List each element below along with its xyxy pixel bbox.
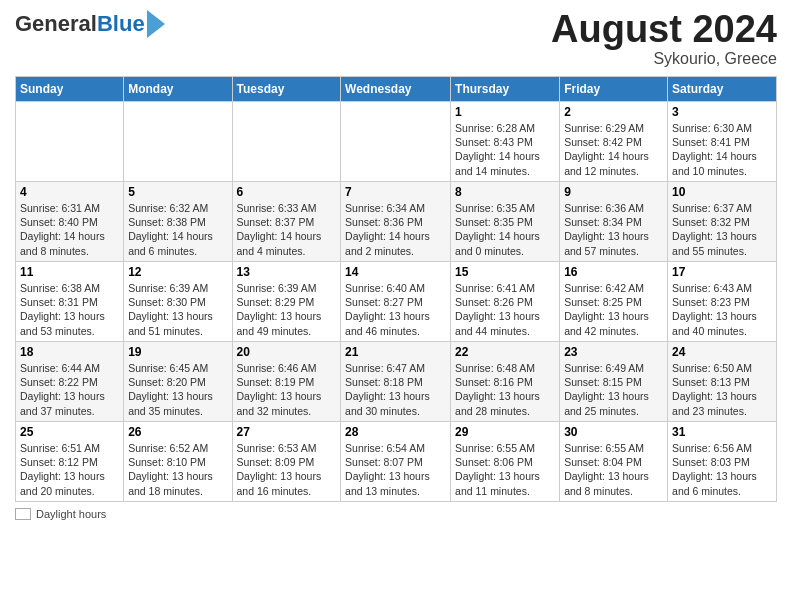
logo-text: GeneralBlue bbox=[15, 10, 165, 38]
calendar-table: SundayMondayTuesdayWednesdayThursdayFrid… bbox=[15, 76, 777, 502]
legend-box bbox=[15, 508, 31, 520]
day-info: Sunrise: 6:28 AMSunset: 8:43 PMDaylight:… bbox=[455, 121, 555, 178]
calendar-week-row: 18Sunrise: 6:44 AMSunset: 8:22 PMDayligh… bbox=[16, 342, 777, 422]
legend-label: Daylight hours bbox=[36, 508, 106, 520]
calendar-cell: 16Sunrise: 6:42 AMSunset: 8:25 PMDayligh… bbox=[560, 262, 668, 342]
day-number: 11 bbox=[20, 265, 119, 279]
calendar-cell: 23Sunrise: 6:49 AMSunset: 8:15 PMDayligh… bbox=[560, 342, 668, 422]
calendar-cell: 1Sunrise: 6:28 AMSunset: 8:43 PMDaylight… bbox=[451, 102, 560, 182]
day-info: Sunrise: 6:52 AMSunset: 8:10 PMDaylight:… bbox=[128, 441, 227, 498]
day-number: 30 bbox=[564, 425, 663, 439]
day-info: Sunrise: 6:39 AMSunset: 8:30 PMDaylight:… bbox=[128, 281, 227, 338]
day-number: 21 bbox=[345, 345, 446, 359]
calendar-cell: 22Sunrise: 6:48 AMSunset: 8:16 PMDayligh… bbox=[451, 342, 560, 422]
calendar-week-row: 4Sunrise: 6:31 AMSunset: 8:40 PMDaylight… bbox=[16, 182, 777, 262]
day-of-week-header: Sunday bbox=[16, 77, 124, 102]
legend: Daylight hours bbox=[15, 508, 777, 520]
logo: GeneralBlue bbox=[15, 10, 165, 38]
calendar-cell: 5Sunrise: 6:32 AMSunset: 8:38 PMDaylight… bbox=[124, 182, 232, 262]
calendar-cell: 19Sunrise: 6:45 AMSunset: 8:20 PMDayligh… bbox=[124, 342, 232, 422]
day-number: 17 bbox=[672, 265, 772, 279]
day-number: 25 bbox=[20, 425, 119, 439]
logo-general: General bbox=[15, 11, 97, 37]
calendar-cell: 11Sunrise: 6:38 AMSunset: 8:31 PMDayligh… bbox=[16, 262, 124, 342]
day-info: Sunrise: 6:55 AMSunset: 8:04 PMDaylight:… bbox=[564, 441, 663, 498]
calendar-cell bbox=[16, 102, 124, 182]
day-number: 6 bbox=[237, 185, 337, 199]
day-info: Sunrise: 6:41 AMSunset: 8:26 PMDaylight:… bbox=[455, 281, 555, 338]
day-info: Sunrise: 6:36 AMSunset: 8:34 PMDaylight:… bbox=[564, 201, 663, 258]
calendar-cell: 24Sunrise: 6:50 AMSunset: 8:13 PMDayligh… bbox=[668, 342, 777, 422]
day-info: Sunrise: 6:46 AMSunset: 8:19 PMDaylight:… bbox=[237, 361, 337, 418]
day-number: 18 bbox=[20, 345, 119, 359]
day-info: Sunrise: 6:47 AMSunset: 8:18 PMDaylight:… bbox=[345, 361, 446, 418]
day-of-week-header: Tuesday bbox=[232, 77, 341, 102]
day-info: Sunrise: 6:54 AMSunset: 8:07 PMDaylight:… bbox=[345, 441, 446, 498]
calendar-cell: 21Sunrise: 6:47 AMSunset: 8:18 PMDayligh… bbox=[341, 342, 451, 422]
logo-blue: Blue bbox=[97, 11, 145, 37]
day-of-week-header: Wednesday bbox=[341, 77, 451, 102]
day-number: 13 bbox=[237, 265, 337, 279]
day-number: 31 bbox=[672, 425, 772, 439]
calendar-cell: 27Sunrise: 6:53 AMSunset: 8:09 PMDayligh… bbox=[232, 422, 341, 502]
calendar-week-row: 11Sunrise: 6:38 AMSunset: 8:31 PMDayligh… bbox=[16, 262, 777, 342]
day-number: 10 bbox=[672, 185, 772, 199]
day-info: Sunrise: 6:51 AMSunset: 8:12 PMDaylight:… bbox=[20, 441, 119, 498]
day-number: 1 bbox=[455, 105, 555, 119]
calendar-cell: 6Sunrise: 6:33 AMSunset: 8:37 PMDaylight… bbox=[232, 182, 341, 262]
calendar-cell: 28Sunrise: 6:54 AMSunset: 8:07 PMDayligh… bbox=[341, 422, 451, 502]
calendar-cell: 29Sunrise: 6:55 AMSunset: 8:06 PMDayligh… bbox=[451, 422, 560, 502]
day-number: 24 bbox=[672, 345, 772, 359]
day-info: Sunrise: 6:34 AMSunset: 8:36 PMDaylight:… bbox=[345, 201, 446, 258]
calendar-cell: 10Sunrise: 6:37 AMSunset: 8:32 PMDayligh… bbox=[668, 182, 777, 262]
location-subtitle: Sykourio, Greece bbox=[551, 50, 777, 68]
day-number: 15 bbox=[455, 265, 555, 279]
calendar-cell: 13Sunrise: 6:39 AMSunset: 8:29 PMDayligh… bbox=[232, 262, 341, 342]
calendar-cell bbox=[232, 102, 341, 182]
calendar-cell bbox=[124, 102, 232, 182]
calendar-cell bbox=[341, 102, 451, 182]
day-info: Sunrise: 6:39 AMSunset: 8:29 PMDaylight:… bbox=[237, 281, 337, 338]
day-number: 19 bbox=[128, 345, 227, 359]
day-info: Sunrise: 6:29 AMSunset: 8:42 PMDaylight:… bbox=[564, 121, 663, 178]
calendar-cell: 8Sunrise: 6:35 AMSunset: 8:35 PMDaylight… bbox=[451, 182, 560, 262]
day-info: Sunrise: 6:44 AMSunset: 8:22 PMDaylight:… bbox=[20, 361, 119, 418]
day-number: 26 bbox=[128, 425, 227, 439]
day-info: Sunrise: 6:40 AMSunset: 8:27 PMDaylight:… bbox=[345, 281, 446, 338]
logo-arrow-icon bbox=[147, 10, 165, 38]
calendar-cell: 15Sunrise: 6:41 AMSunset: 8:26 PMDayligh… bbox=[451, 262, 560, 342]
day-number: 4 bbox=[20, 185, 119, 199]
day-info: Sunrise: 6:55 AMSunset: 8:06 PMDaylight:… bbox=[455, 441, 555, 498]
day-info: Sunrise: 6:49 AMSunset: 8:15 PMDaylight:… bbox=[564, 361, 663, 418]
calendar-week-row: 1Sunrise: 6:28 AMSunset: 8:43 PMDaylight… bbox=[16, 102, 777, 182]
calendar-header-row: SundayMondayTuesdayWednesdayThursdayFrid… bbox=[16, 77, 777, 102]
day-number: 22 bbox=[455, 345, 555, 359]
page-header: GeneralBlue August 2024 Sykourio, Greece bbox=[15, 10, 777, 68]
calendar-cell: 3Sunrise: 6:30 AMSunset: 8:41 PMDaylight… bbox=[668, 102, 777, 182]
day-info: Sunrise: 6:53 AMSunset: 8:09 PMDaylight:… bbox=[237, 441, 337, 498]
day-info: Sunrise: 6:56 AMSunset: 8:03 PMDaylight:… bbox=[672, 441, 772, 498]
day-number: 5 bbox=[128, 185, 227, 199]
calendar-cell: 20Sunrise: 6:46 AMSunset: 8:19 PMDayligh… bbox=[232, 342, 341, 422]
day-number: 28 bbox=[345, 425, 446, 439]
day-number: 16 bbox=[564, 265, 663, 279]
day-number: 12 bbox=[128, 265, 227, 279]
calendar-cell: 14Sunrise: 6:40 AMSunset: 8:27 PMDayligh… bbox=[341, 262, 451, 342]
day-info: Sunrise: 6:31 AMSunset: 8:40 PMDaylight:… bbox=[20, 201, 119, 258]
day-of-week-header: Thursday bbox=[451, 77, 560, 102]
calendar-cell: 4Sunrise: 6:31 AMSunset: 8:40 PMDaylight… bbox=[16, 182, 124, 262]
day-info: Sunrise: 6:42 AMSunset: 8:25 PMDaylight:… bbox=[564, 281, 663, 338]
day-of-week-header: Friday bbox=[560, 77, 668, 102]
calendar-cell: 12Sunrise: 6:39 AMSunset: 8:30 PMDayligh… bbox=[124, 262, 232, 342]
calendar-cell: 7Sunrise: 6:34 AMSunset: 8:36 PMDaylight… bbox=[341, 182, 451, 262]
day-info: Sunrise: 6:38 AMSunset: 8:31 PMDaylight:… bbox=[20, 281, 119, 338]
day-number: 8 bbox=[455, 185, 555, 199]
day-info: Sunrise: 6:30 AMSunset: 8:41 PMDaylight:… bbox=[672, 121, 772, 178]
day-info: Sunrise: 6:33 AMSunset: 8:37 PMDaylight:… bbox=[237, 201, 337, 258]
calendar-cell: 30Sunrise: 6:55 AMSunset: 8:04 PMDayligh… bbox=[560, 422, 668, 502]
calendar-cell: 26Sunrise: 6:52 AMSunset: 8:10 PMDayligh… bbox=[124, 422, 232, 502]
day-number: 27 bbox=[237, 425, 337, 439]
calendar-cell: 9Sunrise: 6:36 AMSunset: 8:34 PMDaylight… bbox=[560, 182, 668, 262]
day-info: Sunrise: 6:43 AMSunset: 8:23 PMDaylight:… bbox=[672, 281, 772, 338]
day-number: 9 bbox=[564, 185, 663, 199]
